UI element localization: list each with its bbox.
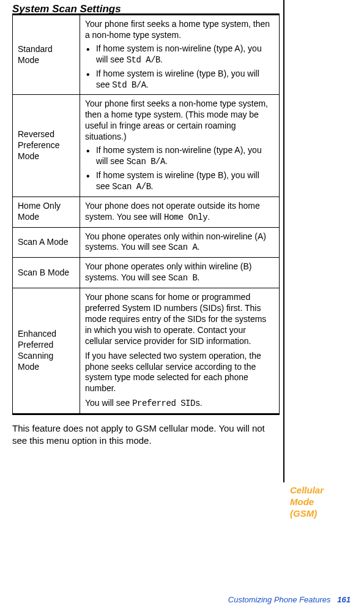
- mode-description: Your phone first seeks a home type syste…: [80, 15, 279, 95]
- bullet-lead: If home system is non-wireline (type A),…: [96, 145, 262, 166]
- mode-name: Scan A Mode: [13, 227, 80, 258]
- page: System Scan Settings Standard Mode Your …: [0, 0, 364, 614]
- code-text: Home Only: [164, 212, 207, 222]
- paragraph-3: You will see Preferred SIDs.: [85, 398, 274, 410]
- margin-label-line: Cellular: [290, 485, 351, 496]
- list-item: If home system is non-wireline (type A),…: [85, 145, 274, 168]
- desc-tail: .: [207, 212, 210, 222]
- footer-section-title: Customizing Phone Features: [228, 595, 331, 604]
- table-row: Scan A Mode You phone operates only with…: [13, 227, 280, 258]
- mode-name: Standard Mode: [13, 15, 80, 95]
- vertical-divider: [283, 0, 284, 482]
- code-text: Scan A/B: [112, 182, 150, 192]
- list-item: If home system is non-wireline (type A),…: [85, 43, 274, 66]
- table-row: Home Only Mode Your phone does not opera…: [13, 197, 280, 227]
- mode-description: Your phone scans for home or programmed …: [80, 288, 279, 414]
- mode-description: You phone operates only within non-wirel…: [80, 227, 279, 258]
- table-row: Enhanced Preferred Scanning Mode Your ph…: [13, 288, 280, 414]
- table-row: Standard Mode Your phone first seeks a h…: [13, 15, 280, 95]
- mode-description: Your phone does not operate outside its …: [80, 197, 279, 227]
- intro-text: Your phone first seeks a non-home type s…: [85, 99, 268, 141]
- code-text: Scan B/A: [127, 157, 165, 167]
- content-area: Standard Mode Your phone first seeks a h…: [12, 13, 280, 447]
- mode-name: Home Only Mode: [13, 197, 80, 227]
- margin-label-line: Mode: [290, 496, 351, 508]
- desc-tail: .: [197, 242, 199, 252]
- table-row: Reversed Preference Mode Your phone firs…: [13, 95, 280, 197]
- code-text: Scan A: [168, 242, 197, 252]
- p3-tail: .: [200, 398, 202, 408]
- bullet-tail: .: [146, 80, 149, 89]
- bullet-list: If home system is non-wireline (type A),…: [85, 145, 274, 193]
- code-text: Scan B: [168, 273, 197, 283]
- mode-name: Enhanced Preferred Scanning Mode: [13, 288, 80, 414]
- page-footer: Customizing Phone Features 161: [228, 595, 351, 604]
- bullet-tail: .: [160, 54, 163, 64]
- paragraph-1: Your phone scans for home or programmed …: [85, 292, 274, 347]
- list-item: If home system is wireline (type B), you…: [85, 69, 274, 91]
- paragraph-2: If you have selected two system operatio…: [85, 351, 274, 395]
- p3-lead: You will see: [85, 398, 132, 408]
- scan-modes-table: Standard Mode Your phone first seeks a h…: [12, 13, 280, 415]
- bullet-tail: .: [151, 181, 154, 191]
- gsm-note: This feature does not apply to GSM cellu…: [12, 422, 280, 447]
- table-row: Scan B Mode Your phone operates only wit…: [13, 258, 280, 288]
- code-text: Preferred SIDs: [132, 399, 200, 408]
- list-item: If home system is wireline (type B), you…: [85, 170, 274, 193]
- page-number: 161: [337, 595, 351, 604]
- intro-text: Your phone first seeks a home type syste…: [85, 19, 270, 40]
- margin-label-gsm: Cellular Mode (GSM): [290, 485, 351, 519]
- desc-tail: .: [197, 272, 199, 282]
- mode-name: Scan B Mode: [13, 258, 80, 288]
- mode-description: Your phone first seeks a non-home type s…: [80, 95, 279, 197]
- bullet-list: If home system is non-wireline (type A),…: [85, 43, 274, 91]
- code-text: Std A/B: [127, 55, 160, 65]
- mode-name: Reversed Preference Mode: [13, 95, 80, 197]
- margin-label-line: (GSM): [290, 508, 351, 520]
- bullet-lead: If home system is non-wireline (type A),…: [96, 43, 262, 64]
- mode-description: Your phone operates only within wireline…: [80, 258, 279, 288]
- code-text: Std B/A: [112, 80, 146, 90]
- bullet-tail: .: [165, 156, 168, 166]
